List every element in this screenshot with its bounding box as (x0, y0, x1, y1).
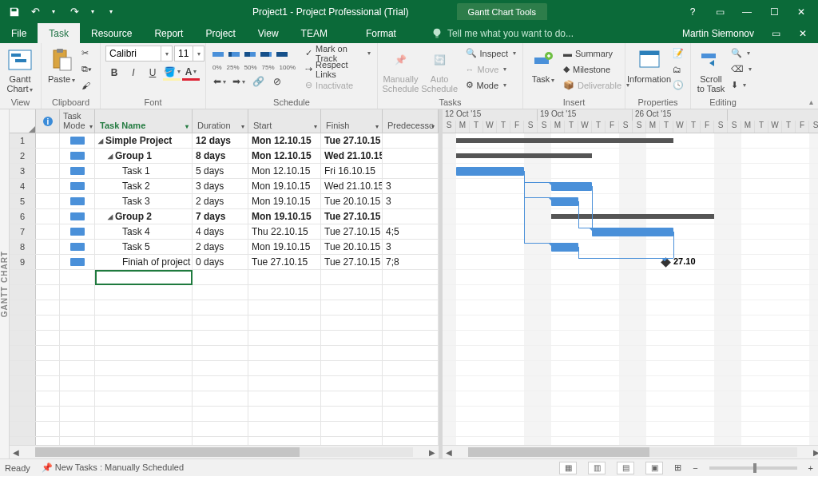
inspect-button[interactable]: 🔍 Inspect (464, 46, 518, 61)
gantt-body[interactable]: 27.10 (443, 133, 818, 445)
scroll-to-task-button[interactable]: Scroll to Task (696, 46, 726, 95)
undo-dropdown[interactable]: ▾ (44, 3, 63, 21)
table-row[interactable] (10, 391, 439, 407)
table-row[interactable] (10, 346, 439, 361)
grid-body[interactable]: 1Simple Project12 daysMon 12.10.15Tue 27… (10, 133, 439, 445)
mark-on-track-button[interactable]: ✓ Mark on Track (304, 46, 372, 61)
zoom-slider[interactable] (709, 466, 797, 470)
manually-schedule-button[interactable]: 📌 Manually Schedule (383, 46, 419, 95)
font-name-input[interactable] (105, 46, 161, 62)
table-row[interactable] (10, 300, 439, 315)
tab-project[interactable]: Project (194, 23, 246, 43)
col-duration[interactable]: Duration▾ (193, 109, 248, 133)
deliverable-button[interactable]: 📦 Deliverable (562, 77, 631, 93)
zoom-out[interactable]: − (693, 463, 697, 473)
pct-25[interactable] (227, 46, 241, 62)
tab-view[interactable]: View (247, 23, 290, 43)
indent-button[interactable]: ➡ (230, 73, 248, 89)
col-task-mode[interactable]: Task Mode▾ (60, 109, 95, 133)
table-row[interactable]: 1Simple Project12 daysMon 12.10.15Tue 27… (10, 133, 439, 149)
tab-file[interactable]: File (0, 23, 38, 43)
timescale[interactable]: 12 Oct '1519 Oct '1526 Oct '15 SMTWTFSSM… (443, 109, 818, 133)
view-name-vertical[interactable]: GANTT CHART (0, 109, 10, 458)
collapse-ribbon-icon[interactable]: ▴ (809, 97, 813, 106)
redo-dropdown[interactable]: ▾ (83, 3, 102, 21)
col-start[interactable]: Start▾ (248, 109, 321, 133)
user-name[interactable]: Martin Siemonov (674, 23, 762, 43)
unlink-button[interactable]: ⊘ (268, 73, 286, 89)
table-row[interactable] (10, 422, 439, 437)
tab-resource[interactable]: Resource (80, 23, 143, 43)
inactivate-button[interactable]: ⊖ Inactivate (304, 77, 372, 93)
table-row[interactable]: 4Task 23 daysMon 19.10.15Wed 21.10.153 (10, 179, 439, 194)
format-painter-button[interactable]: 🖌 (80, 77, 93, 93)
table-row[interactable] (10, 270, 439, 285)
table-row[interactable] (10, 376, 439, 391)
undo-button[interactable]: ↶ (26, 3, 45, 21)
col-indicators[interactable]: i (36, 109, 60, 133)
clear-button[interactable]: ⌫ (729, 62, 753, 77)
details-button[interactable]: 🗂 (671, 62, 685, 77)
underline-button[interactable]: U (144, 65, 161, 81)
respect-links-button[interactable]: ⇢ Respect Links (304, 62, 372, 77)
auto-schedule-button[interactable]: 🔄 Auto Schedule (422, 46, 458, 95)
col-task-name[interactable]: Task Name▾ (95, 109, 193, 133)
table-row[interactable]: 8Task 52 daysMon 19.10.15Tue 20.10.153 (10, 240, 439, 255)
tab-format[interactable]: Format (355, 23, 407, 43)
font-size-input[interactable] (174, 46, 193, 62)
doc-close-icon[interactable]: ✕ (789, 25, 816, 42)
paste-button[interactable]: Paste (46, 46, 77, 95)
italic-button[interactable]: I (125, 65, 142, 81)
table-row[interactable]: 3Task 15 daysMon 12.10.15Fri 16.10.15 (10, 164, 439, 179)
ribbon-options-icon[interactable]: ▭ (706, 3, 733, 21)
minimize-icon[interactable]: — (733, 3, 760, 21)
gantt-chart-button[interactable]: Gantt Chart (5, 46, 35, 95)
table-row[interactable] (10, 437, 439, 445)
close-icon[interactable]: ✕ (788, 3, 815, 21)
table-row[interactable]: 6Group 27 daysMon 19.10.15Tue 27.10.15 (10, 209, 439, 224)
tab-task[interactable]: Task (38, 23, 80, 43)
table-row[interactable]: 7Task 44 daysThu 22.10.15Tue 27.10.154;5 (10, 224, 439, 240)
doc-restore-icon[interactable]: ▭ (762, 25, 789, 42)
copy-button[interactable]: ⧉▾ (80, 62, 93, 77)
zoom-in[interactable]: + (808, 463, 813, 473)
table-row[interactable] (10, 407, 439, 422)
milestone-button[interactable]: ◆ Milestone (562, 62, 631, 77)
pct-50[interactable] (243, 46, 257, 62)
tab-team[interactable]: TEAM (290, 23, 339, 43)
view-shortcut-3[interactable]: ▤ (617, 462, 634, 474)
status-newtasks[interactable]: 📌 New Tasks : Manually Scheduled (42, 462, 184, 473)
pct-75[interactable] (259, 46, 273, 62)
font-name-combo[interactable]: ▾ (105, 46, 173, 62)
zoom-fit[interactable]: ⊞ (674, 462, 681, 473)
table-row[interactable] (10, 315, 439, 331)
table-row[interactable]: 9Finiah of project0 daysTue 27.10.15Tue … (10, 255, 439, 270)
task-insert-button[interactable]: Task (528, 46, 558, 95)
col-predecessors[interactable]: Predecesso▾ (383, 109, 439, 133)
table-row[interactable] (10, 331, 439, 346)
table-row[interactable]: 2Group 18 daysMon 12.10.15Wed 21.10.15 (10, 149, 439, 164)
font-size-combo[interactable]: ▾ (174, 46, 204, 62)
help-icon[interactable]: ? (679, 3, 706, 21)
view-shortcut-4[interactable]: ▣ (645, 462, 663, 474)
link-button[interactable]: 🔗 (249, 73, 267, 89)
qat-customize[interactable]: ▾ (101, 3, 121, 21)
move-button[interactable]: ↔ Move (464, 62, 518, 77)
fill-button[interactable]: ⬇ (729, 77, 753, 93)
redo-button[interactable]: ↷ (65, 3, 84, 21)
table-row[interactable] (10, 285, 439, 300)
col-finish[interactable]: Finish▾ (321, 109, 383, 133)
fill-color-button[interactable]: 🪣 (163, 65, 181, 81)
timeline-button[interactable]: 🕓 (671, 77, 685, 93)
pct-0[interactable] (211, 46, 225, 62)
save-icon[interactable] (5, 3, 24, 21)
view-shortcut-2[interactable]: ▥ (588, 462, 606, 474)
table-row[interactable]: 5Task 32 daysMon 19.10.15Tue 20.10.153 (10, 194, 439, 209)
bold-button[interactable]: B (105, 65, 123, 81)
find-button[interactable]: 🔍 (729, 46, 753, 61)
maximize-icon[interactable]: ☐ (760, 3, 788, 21)
gantt-hscroll[interactable]: ◀▶ (443, 445, 818, 458)
grid-hscroll[interactable]: ◀▶ (10, 445, 439, 458)
pct-100[interactable] (275, 46, 289, 62)
information-button[interactable]: Information (630, 46, 668, 95)
